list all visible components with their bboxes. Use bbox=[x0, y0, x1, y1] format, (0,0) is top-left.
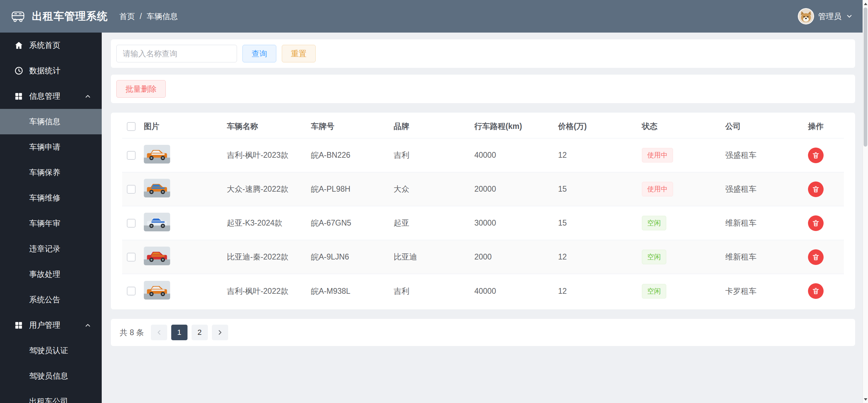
column-header: 行车路程(km) bbox=[474, 121, 558, 132]
table-toolbar: 批量删除 bbox=[111, 75, 855, 103]
sidebar-item-stats[interactable]: 数据统计 bbox=[0, 58, 102, 83]
vehicle-price: 12 bbox=[558, 151, 642, 160]
vehicle-brand: 比亚迪 bbox=[394, 252, 474, 262]
sidebar-subitem[interactable]: 车辆申请 bbox=[0, 134, 102, 160]
scroll-up-arrow[interactable] bbox=[863, 1, 868, 7]
trash-icon bbox=[812, 253, 820, 261]
sidebar-subitem[interactable]: 车辆信息 bbox=[0, 109, 102, 134]
vehicle-name: 大众-速腾-2022款 bbox=[227, 184, 311, 194]
app-header: 出租车管理系统 首页 / 车辆信息 管理员 bbox=[0, 0, 868, 33]
sidebar-item-label: 信息管理 bbox=[29, 91, 60, 101]
scrollbar[interactable] bbox=[863, 0, 868, 403]
sidebar-subitem[interactable]: 违章记录 bbox=[0, 236, 102, 262]
vehicle-name: 起亚-K3-2024款 bbox=[227, 218, 311, 228]
trash-icon bbox=[812, 185, 820, 193]
sidebar-subitem[interactable]: 驾驶员信息 bbox=[0, 363, 102, 389]
sidebar-subitem[interactable]: 车辆保养 bbox=[0, 160, 102, 185]
row-checkbox[interactable] bbox=[127, 287, 136, 295]
breadcrumb-home[interactable]: 首页 bbox=[119, 11, 135, 22]
vehicle-plate: 皖A-67GN5 bbox=[311, 218, 394, 228]
row-checkbox[interactable] bbox=[127, 185, 136, 194]
sidebar-item-info-management[interactable]: 信息管理 bbox=[0, 83, 102, 109]
column-header: 公司 bbox=[725, 121, 808, 132]
vehicle-company: 维新租车 bbox=[725, 218, 808, 228]
delete-button[interactable] bbox=[808, 181, 824, 197]
sidebar-subitem[interactable]: 车辆维修 bbox=[0, 185, 102, 211]
query-button[interactable]: 查询 bbox=[242, 45, 276, 62]
page-button-1[interactable]: 1 bbox=[171, 325, 188, 340]
vehicle-company: 卡罗租车 bbox=[725, 286, 808, 296]
vehicle-table: 图片车辆名称车牌号品牌行车路程(km)价格(万)状态公司操作 吉利-枫叶-202… bbox=[111, 113, 855, 309]
avatar bbox=[798, 8, 814, 24]
vehicle-plate: 皖A-9LJN6 bbox=[311, 252, 394, 262]
vehicle-price: 15 bbox=[558, 185, 642, 194]
sidebar-item-label: 用户管理 bbox=[29, 320, 60, 330]
total-count: 共 8 条 bbox=[120, 327, 144, 338]
sidebar: 系统首页数据统计信息管理车辆信息车辆申请车辆保养车辆维修车辆年审违章记录事故处理… bbox=[0, 33, 102, 403]
sidebar-subitem[interactable]: 事故处理 bbox=[0, 262, 102, 287]
vehicle-company: 维新租车 bbox=[725, 252, 808, 262]
vehicle-price: 15 bbox=[558, 218, 642, 228]
vehicle-price: 12 bbox=[558, 287, 642, 296]
table-row: 起亚-K3-2024款皖A-67GN5起亚3000015空闲维新租车 bbox=[122, 206, 844, 240]
vehicle-mileage: 40000 bbox=[474, 287, 558, 296]
status-badge: 空闲 bbox=[642, 216, 666, 230]
row-checkbox[interactable] bbox=[127, 151, 136, 160]
home-icon bbox=[14, 41, 24, 50]
status-badge: 空闲 bbox=[642, 284, 666, 299]
delete-button[interactable] bbox=[808, 249, 824, 265]
sidebar-item-label: 数据统计 bbox=[29, 65, 60, 76]
sidebar-subitem[interactable]: 驾驶员认证 bbox=[0, 338, 102, 363]
batch-delete-button[interactable]: 批量删除 bbox=[116, 80, 166, 98]
table-row: 比亚迪-秦-2022款皖A-9LJN6比亚迪200012空闲维新租车 bbox=[122, 240, 844, 274]
page-button-2[interactable]: 2 bbox=[192, 325, 208, 340]
vehicle-price: 12 bbox=[558, 252, 642, 262]
sidebar-item-home[interactable]: 系统首页 bbox=[0, 33, 102, 58]
main-content: 查询 重置 批量删除 图片车辆名称车牌号品牌行车路程(km)价格(万)状态公司操… bbox=[102, 33, 863, 403]
vehicle-name: 比亚迪-秦-2022款 bbox=[227, 252, 311, 262]
chevron-up-icon bbox=[84, 322, 92, 329]
chevron-up-icon bbox=[84, 93, 92, 100]
row-checkbox[interactable] bbox=[127, 253, 136, 262]
next-page-button[interactable] bbox=[212, 325, 228, 340]
scrollbar-thumb[interactable] bbox=[864, 7, 867, 147]
sidebar-subitem[interactable]: 系统公告 bbox=[0, 287, 102, 312]
breadcrumb-current: 车辆信息 bbox=[146, 11, 178, 22]
scroll-down-arrow[interactable] bbox=[863, 396, 868, 402]
column-header: 图片 bbox=[144, 121, 227, 132]
trash-icon bbox=[812, 219, 820, 227]
vehicle-image[interactable] bbox=[144, 145, 170, 164]
vehicle-image[interactable] bbox=[144, 213, 170, 231]
status-badge: 使用中 bbox=[642, 182, 673, 196]
vehicle-image[interactable] bbox=[144, 247, 170, 265]
delete-button[interactable] bbox=[808, 148, 824, 163]
app-title: 出租车管理系统 bbox=[32, 9, 108, 23]
vehicle-image[interactable] bbox=[144, 281, 170, 300]
table-row: 大众-速腾-2022款皖A-PL98H大众2000015使用中强盛租车 bbox=[122, 172, 844, 206]
vehicle-image[interactable] bbox=[144, 179, 170, 197]
sidebar-subitem[interactable]: 车辆年审 bbox=[0, 211, 102, 236]
trash-icon bbox=[812, 287, 820, 295]
vehicle-plate: 皖A-PL98H bbox=[311, 184, 394, 194]
vehicle-brand: 吉利 bbox=[394, 150, 474, 160]
trash-icon bbox=[812, 151, 820, 159]
table-header-row: 图片车辆名称车牌号品牌行车路程(km)价格(万)状态公司操作 bbox=[122, 115, 844, 138]
column-header: 价格(万) bbox=[558, 121, 642, 132]
sidebar-subitem[interactable]: 出租车公司 bbox=[0, 389, 102, 403]
row-checkbox[interactable] bbox=[127, 219, 136, 228]
delete-button[interactable] bbox=[808, 283, 824, 299]
breadcrumb: 首页 / 车辆信息 bbox=[119, 11, 178, 22]
vehicle-name: 吉利-枫叶-2022款 bbox=[227, 286, 311, 296]
grid-icon bbox=[14, 92, 24, 101]
column-header: 车辆名称 bbox=[227, 121, 311, 132]
prev-page-button[interactable] bbox=[151, 325, 167, 340]
search-input[interactable] bbox=[116, 45, 237, 62]
reset-button[interactable]: 重置 bbox=[282, 45, 316, 62]
select-all-checkbox[interactable] bbox=[127, 122, 136, 131]
delete-button[interactable] bbox=[808, 215, 824, 231]
sidebar-item-user-management[interactable]: 用户管理 bbox=[0, 312, 102, 338]
vehicle-plate: 皖A-M938L bbox=[311, 286, 394, 296]
vehicle-name: 吉利-枫叶-2023款 bbox=[227, 150, 311, 160]
breadcrumb-separator: / bbox=[140, 12, 142, 21]
user-menu[interactable]: 管理员 bbox=[798, 8, 858, 24]
